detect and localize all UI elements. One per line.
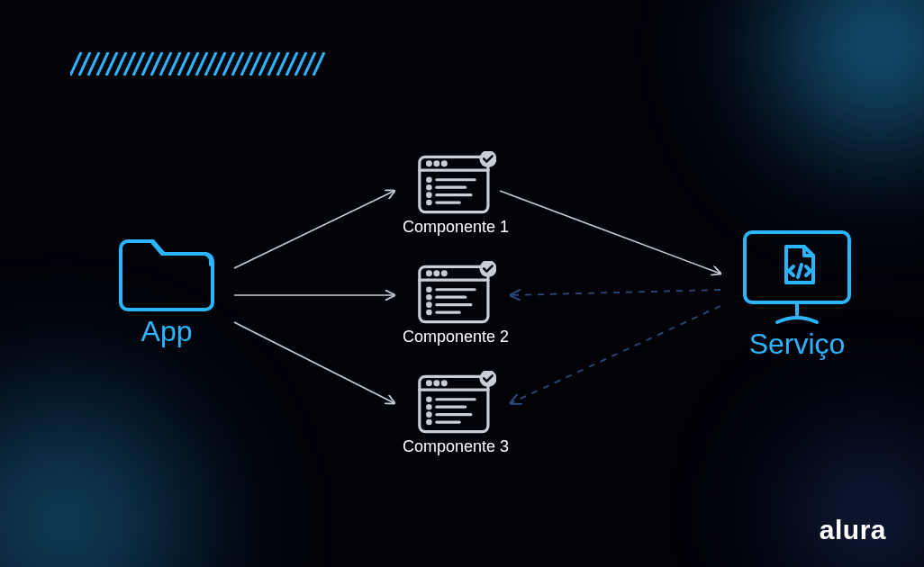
node-app-label: App — [108, 315, 225, 348]
node-component-2-label: Componente 2 — [393, 328, 519, 346]
node-component-3: Componente 3 — [393, 371, 519, 456]
node-component-1: Componente 1 — [393, 151, 519, 237]
hatch-decoration — [70, 52, 331, 76]
component-window-icon — [415, 151, 496, 218]
node-component-3-label: Componente 3 — [393, 437, 519, 456]
edge-svc-c2 — [511, 290, 720, 295]
node-service: Serviço — [734, 225, 860, 361]
node-service-label: Serviço — [734, 328, 860, 361]
folder-icon — [113, 229, 220, 315]
edge-svc-c3 — [511, 306, 720, 403]
component-window-icon — [415, 371, 496, 437]
edge-app-c3 — [234, 322, 394, 403]
node-component-1-label: Componente 1 — [393, 218, 519, 237]
edge-c1-svc — [500, 191, 720, 274]
node-component-2: Componente 2 — [393, 261, 519, 346]
component-window-icon — [415, 261, 496, 328]
brand-logo: alura — [820, 515, 886, 545]
svg-rect-42 — [745, 232, 849, 302]
svg-line-44 — [798, 265, 802, 277]
monitor-code-icon — [738, 225, 856, 328]
edge-app-c1 — [234, 191, 394, 268]
node-app: App — [108, 229, 225, 348]
